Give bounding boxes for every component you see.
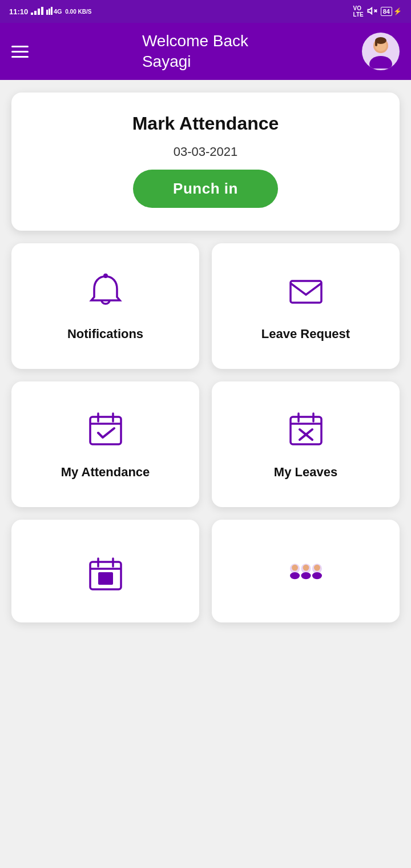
svg-point-41 — [312, 572, 321, 579]
charging-icon: ⚡ — [393, 7, 402, 15]
svg-point-35 — [290, 572, 300, 579]
notifications-card[interactable]: Notifications — [11, 243, 199, 369]
leave-request-card[interactable]: Leave Request — [212, 243, 400, 369]
avatar-image — [364, 34, 398, 69]
svg-rect-2 — [38, 9, 40, 15]
svg-rect-32 — [98, 572, 113, 585]
svg-point-11 — [369, 56, 392, 69]
envelope-icon — [286, 271, 326, 313]
svg-rect-3 — [41, 7, 43, 15]
svg-rect-22 — [291, 417, 321, 444]
mute-icon — [367, 6, 377, 18]
app-header: Welcome Back Sayagi — [0, 23, 411, 80]
attendance-card-title: Mark Attendance — [132, 113, 279, 134]
menu-grid-row-1: Notifications Leave Request — [11, 243, 400, 369]
svg-point-40 — [314, 565, 320, 571]
calendar-check-icon — [86, 409, 126, 451]
team-card[interactable] — [212, 520, 400, 622]
my-leaves-card[interactable]: My Leaves — [212, 381, 400, 507]
status-left: 11:10 4G 0.00 KB/S — [9, 7, 91, 17]
header-title: Welcome Back Sayagi — [142, 31, 248, 73]
status-bar: 11:10 4G 0.00 KB/S VOLTE — [0, 0, 411, 23]
team-icon — [286, 554, 326, 596]
svg-point-38 — [301, 572, 311, 579]
volte-icon: VOLTE — [353, 5, 364, 18]
hamburger-menu[interactable] — [11, 46, 29, 58]
svg-rect-18 — [90, 417, 121, 444]
punch-in-button[interactable]: Punch in — [133, 170, 278, 208]
time-display: 11:10 — [9, 7, 28, 16]
svg-rect-4 — [46, 10, 48, 15]
calendar-day-card[interactable] — [11, 520, 199, 622]
attendance-date: 03-03-2021 — [174, 144, 238, 159]
leave-request-label: Leave Request — [261, 327, 350, 341]
svg-rect-6 — [51, 7, 53, 15]
calendar-x-icon — [286, 409, 326, 451]
svg-rect-14 — [375, 41, 377, 46]
my-leaves-label: My Leaves — [274, 465, 337, 480]
notifications-label: Notifications — [67, 327, 143, 341]
svg-point-37 — [303, 565, 309, 571]
svg-rect-0 — [31, 13, 33, 15]
menu-grid-row-3 — [11, 520, 400, 622]
bell-icon — [86, 271, 126, 313]
calendar-day-icon — [86, 554, 126, 596]
my-attendance-card[interactable]: My Attendance — [11, 381, 199, 507]
mark-attendance-card: Mark Attendance 03-03-2021 Punch in — [11, 93, 400, 231]
status-right: VOLTE 84 ⚡ — [353, 5, 402, 18]
signal-icon — [31, 7, 43, 17]
data-speed: 0.00 KB/S — [65, 9, 91, 15]
menu-grid-row-2: My Attendance My Leaves — [11, 381, 400, 507]
svg-text:4G: 4G — [54, 8, 62, 15]
svg-point-34 — [292, 565, 298, 571]
network-type: 4G — [46, 7, 62, 17]
svg-rect-5 — [49, 9, 50, 15]
main-content: Mark Attendance 03-03-2021 Punch in Noti… — [0, 80, 411, 635]
user-avatar[interactable] — [362, 33, 400, 70]
battery-indicator: 84 ⚡ — [381, 7, 402, 16]
my-attendance-label: My Attendance — [61, 465, 150, 480]
svg-rect-17 — [291, 281, 321, 303]
svg-rect-1 — [34, 11, 37, 15]
